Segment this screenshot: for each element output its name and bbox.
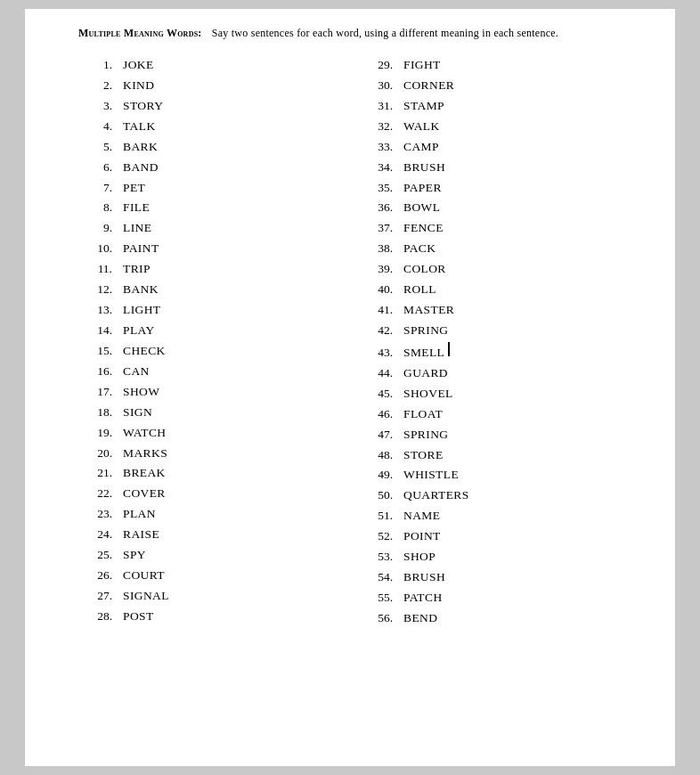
list-item: 42.SPRING (359, 322, 639, 340)
item-number: 18. (78, 404, 123, 422)
item-number: 49. (359, 466, 403, 485)
list-item: 31.STAMP (359, 97, 639, 116)
header-title: Multiple Meaning Words: (78, 27, 202, 39)
item-word: COURT (123, 567, 165, 585)
item-number: 7. (78, 179, 123, 198)
item-number: 31. (359, 97, 403, 116)
item-number: 23. (78, 505, 123, 524)
item-number: 12. (78, 281, 123, 299)
item-word: STORY (123, 97, 163, 116)
list-item: 12.BANK (78, 281, 359, 299)
list-item: 19.WATCH (78, 424, 359, 443)
item-number: 40. (359, 281, 403, 299)
item-number: 55. (359, 589, 403, 608)
item-word: FILE (123, 199, 150, 217)
list-item: 20.MARKS (78, 445, 359, 463)
list-item: 53.SHOP (359, 548, 639, 567)
item-number: 38. (359, 240, 403, 258)
list-item: 39.COLOR (359, 260, 639, 279)
list-item: 32.WALK (359, 118, 639, 136)
list-item: 49.WHISTLE (359, 466, 639, 485)
item-number: 6. (78, 159, 123, 177)
list-item: 46.FLOAT (359, 405, 639, 424)
item-word: CORNER (403, 77, 454, 95)
list-item: 17.SHOW (78, 383, 359, 402)
word-list: 1.JOKE2.KIND3.STORY4.TALK5.BARK6.BAND7.P… (78, 56, 639, 630)
item-word: BRUSH (403, 568, 445, 587)
item-number: 47. (359, 426, 403, 445)
item-word: SMELL (403, 344, 444, 363)
list-item: 18.SIGN (78, 404, 359, 422)
list-item: 28.POST (78, 608, 359, 626)
item-number: 54. (359, 568, 403, 587)
list-item: 26.COURT (78, 567, 359, 585)
item-number: 16. (78, 363, 123, 381)
item-number: 13. (78, 301, 123, 320)
list-item: 8.FILE (78, 199, 359, 217)
item-number: 44. (359, 364, 403, 383)
item-number: 45. (359, 385, 403, 404)
list-item: 54.BRUSH (359, 568, 639, 587)
item-word: WATCH (123, 424, 167, 443)
item-word: STORE (403, 446, 444, 465)
list-item: 48.STORE (359, 446, 639, 465)
list-item: 11.TRIP (78, 260, 359, 279)
list-item: 2.KIND (78, 77, 359, 95)
item-number: 43. (359, 344, 403, 363)
list-item: 37.FENCE (359, 219, 639, 238)
item-number: 2. (78, 77, 123, 95)
item-word: PAINT (123, 240, 159, 258)
list-item: 1.JOKE (78, 56, 359, 75)
item-number: 21. (78, 464, 123, 483)
item-number: 56. (359, 609, 403, 628)
item-number: 32. (359, 118, 403, 136)
item-number: 25. (78, 546, 123, 565)
item-word: PATCH (403, 589, 443, 608)
item-number: 35. (359, 179, 403, 198)
item-word: SHOP (403, 548, 435, 567)
list-item: 50.QUARTERS (359, 486, 639, 505)
list-item: 36.BOWL (359, 199, 639, 217)
item-word: SHOVEL (403, 385, 453, 404)
item-word: BREAK (123, 464, 166, 483)
item-number: 39. (359, 260, 403, 279)
list-item: 23.PLAN (78, 505, 359, 524)
item-word: SPY (123, 546, 146, 565)
list-item: 47.SPRING (359, 426, 639, 445)
item-word: FENCE (403, 219, 444, 238)
text-cursor (448, 342, 450, 356)
item-number: 3. (78, 97, 123, 116)
list-item: 30.CORNER (359, 77, 639, 95)
item-number: 50. (359, 486, 403, 505)
item-number: 1. (78, 56, 123, 75)
list-item: 3.STORY (78, 97, 359, 116)
page: Multiple Meaning Words: Say two sentence… (25, 9, 675, 766)
item-word: PLAY (123, 322, 155, 340)
item-word: GUARD (403, 364, 448, 383)
item-word: MARKS (123, 445, 167, 463)
list-item: 7.PET (78, 179, 359, 198)
item-word: BANK (123, 281, 159, 299)
item-word: FIGHT (403, 56, 441, 75)
header: Multiple Meaning Words: Say two sentence… (78, 27, 639, 40)
item-word: SIGNAL (123, 587, 169, 606)
item-word: TRIP (123, 260, 151, 279)
item-word: COVER (123, 485, 166, 503)
item-word: JOKE (123, 56, 154, 75)
list-item: 45.SHOVEL (359, 385, 639, 404)
item-number: 15. (78, 342, 123, 361)
left-column: 1.JOKE2.KIND3.STORY4.TALK5.BARK6.BAND7.P… (78, 56, 359, 630)
item-number: 5. (78, 138, 123, 157)
item-word: ROLL (403, 281, 436, 299)
item-word: PACK (403, 240, 435, 258)
item-word: CAN (123, 363, 150, 381)
list-item: 56.BEND (359, 609, 639, 628)
item-number: 9. (78, 219, 123, 238)
item-word: RAISE (123, 526, 159, 544)
header-instruction: Say two sentences for each word, using a… (212, 27, 558, 39)
item-number: 30. (359, 77, 403, 95)
list-item: 43.SMELL (359, 342, 639, 363)
list-item: 22.COVER (78, 485, 359, 503)
right-column: 29.FIGHT30.CORNER31.STAMP32.WALK33.CAMP3… (359, 56, 639, 630)
list-item: 16.CAN (78, 363, 359, 381)
